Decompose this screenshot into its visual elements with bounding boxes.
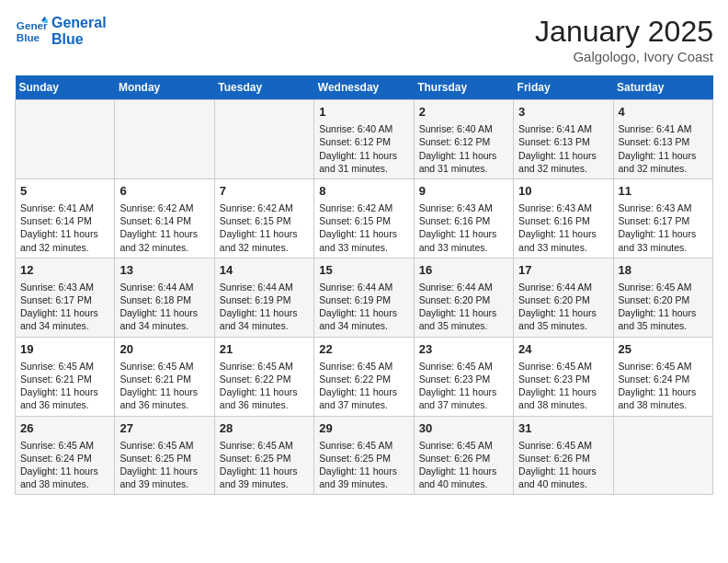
day-info-line: Sunset: 6:14 PM — [119, 214, 209, 227]
day-info-line: Sunset: 6:22 PM — [220, 373, 309, 385]
day-info-line: Sunset: 6:26 PM — [419, 452, 508, 465]
calendar-cell: 2Sunrise: 6:40 AMSunset: 6:12 PMDaylight… — [414, 100, 513, 179]
day-info-line: Sunrise: 6:42 AM — [319, 201, 408, 214]
day-number: 4 — [619, 104, 708, 121]
day-info-line: Daylight: 11 hours and 35 minutes. — [419, 306, 508, 332]
day-info-line: Sunset: 6:15 PM — [319, 214, 408, 227]
day-number: 17 — [518, 262, 608, 279]
calendar-cell: 29Sunrise: 6:45 AMSunset: 6:25 PMDayligh… — [314, 416, 414, 495]
day-info-line: Sunrise: 6:41 AM — [20, 201, 109, 214]
day-info-line: Daylight: 11 hours and 36 minutes. — [119, 385, 209, 411]
day-info-line: Daylight: 11 hours and 37 minutes. — [419, 385, 508, 411]
calendar-cell: 8Sunrise: 6:42 AMSunset: 6:15 PMDaylight… — [314, 178, 414, 258]
day-info-line: Daylight: 11 hours and 32 minutes. — [119, 227, 209, 253]
day-info-line: Daylight: 11 hours and 36 minutes. — [20, 385, 109, 411]
day-info-line: Sunset: 6:21 PM — [119, 373, 209, 385]
calendar-cell: 25Sunrise: 6:45 AMSunset: 6:24 PMDayligh… — [613, 337, 712, 416]
calendar-cell: 30Sunrise: 6:45 AMSunset: 6:26 PMDayligh… — [414, 416, 513, 495]
calendar-cell: 20Sunrise: 6:45 AMSunset: 6:21 PMDayligh… — [115, 337, 214, 416]
day-info-line: Daylight: 11 hours and 31 minutes. — [419, 149, 508, 175]
day-number: 19 — [20, 341, 109, 358]
weekday-header-tuesday: Tuesday — [214, 75, 313, 100]
calendar-cell: 3Sunrise: 6:41 AMSunset: 6:13 PMDaylight… — [514, 100, 613, 179]
day-number: 25 — [619, 341, 708, 358]
day-number: 14 — [220, 262, 309, 279]
calendar-cell: 18Sunrise: 6:45 AMSunset: 6:20 PMDayligh… — [613, 258, 712, 337]
day-number: 26 — [20, 420, 109, 437]
day-info-line: Sunrise: 6:42 AM — [119, 201, 209, 214]
calendar-table: SundayMondayTuesdayWednesdayThursdayFrid… — [15, 75, 713, 495]
day-info-line: Sunrise: 6:45 AM — [319, 439, 408, 452]
day-info-line: Daylight: 11 hours and 39 minutes. — [220, 465, 309, 490]
calendar-cell — [115, 100, 214, 179]
calendar-cell: 19Sunrise: 6:45 AMSunset: 6:21 PMDayligh… — [16, 337, 115, 416]
day-number: 18 — [619, 262, 708, 279]
day-number: 6 — [119, 183, 209, 200]
day-info-line: Sunset: 6:17 PM — [20, 293, 109, 306]
day-number: 7 — [220, 183, 309, 200]
week-row-1: 1Sunrise: 6:40 AMSunset: 6:12 PMDaylight… — [16, 100, 713, 179]
day-info-line: Sunset: 6:22 PM — [319, 373, 408, 385]
day-info-line: Daylight: 11 hours and 34 minutes. — [20, 306, 109, 332]
calendar-title: January 2025 — [535, 15, 713, 49]
calendar-cell: 6Sunrise: 6:42 AMSunset: 6:14 PMDaylight… — [115, 178, 214, 258]
day-info-line: Sunset: 6:13 PM — [518, 135, 608, 148]
day-info-line: Daylight: 11 hours and 39 minutes. — [319, 465, 408, 490]
calendar-cell — [613, 416, 712, 495]
day-info-line: Sunrise: 6:44 AM — [319, 281, 408, 293]
day-number: 10 — [518, 183, 608, 200]
day-info-line: Sunrise: 6:41 AM — [518, 122, 608, 135]
day-info-line: Sunrise: 6:44 AM — [119, 281, 209, 293]
calendar-cell: 28Sunrise: 6:45 AMSunset: 6:25 PMDayligh… — [214, 416, 313, 495]
day-info-line: Sunrise: 6:45 AM — [518, 439, 608, 452]
day-info-line: Sunrise: 6:44 AM — [419, 281, 508, 293]
day-number: 11 — [619, 183, 708, 200]
title-block: January 2025 Galgologo, Ivory Coast — [535, 15, 713, 64]
day-info-line: Sunrise: 6:43 AM — [20, 281, 109, 293]
day-info-line: Daylight: 11 hours and 40 minutes. — [518, 465, 608, 490]
day-info-line: Sunrise: 6:43 AM — [518, 201, 608, 214]
day-info-line: Sunrise: 6:45 AM — [419, 360, 508, 373]
day-info-line: Sunrise: 6:43 AM — [619, 201, 708, 214]
day-info-line: Daylight: 11 hours and 33 minutes. — [319, 227, 408, 253]
day-info-line: Sunrise: 6:45 AM — [20, 360, 109, 373]
calendar-cell: 24Sunrise: 6:45 AMSunset: 6:23 PMDayligh… — [514, 337, 613, 416]
day-info-line: Sunrise: 6:45 AM — [319, 360, 408, 373]
day-number: 15 — [319, 262, 408, 279]
calendar-cell: 15Sunrise: 6:44 AMSunset: 6:19 PMDayligh… — [314, 258, 414, 337]
calendar-cell: 12Sunrise: 6:43 AMSunset: 6:17 PMDayligh… — [16, 258, 115, 337]
page-header: General Blue General Blue January 2025 G… — [15, 15, 713, 64]
calendar-cell: 9Sunrise: 6:43 AMSunset: 6:16 PMDaylight… — [414, 178, 513, 258]
calendar-cell — [214, 100, 313, 179]
day-info-line: Sunset: 6:12 PM — [319, 135, 408, 148]
day-info-line: Sunset: 6:26 PM — [518, 452, 608, 465]
calendar-cell: 26Sunrise: 6:45 AMSunset: 6:24 PMDayligh… — [16, 416, 115, 495]
day-info-line: Sunrise: 6:45 AM — [220, 439, 309, 452]
week-row-2: 5Sunrise: 6:41 AMSunset: 6:14 PMDaylight… — [16, 178, 713, 258]
day-info-line: Sunrise: 6:43 AM — [419, 201, 508, 214]
calendar-subtitle: Galgologo, Ivory Coast — [535, 49, 713, 64]
day-info-line: Sunset: 6:24 PM — [20, 452, 109, 465]
day-info-line: Sunrise: 6:45 AM — [119, 439, 209, 452]
day-info-line: Daylight: 11 hours and 35 minutes. — [518, 306, 608, 332]
day-number: 27 — [119, 420, 209, 437]
day-info-line: Sunrise: 6:44 AM — [220, 281, 309, 293]
week-row-4: 19Sunrise: 6:45 AMSunset: 6:21 PMDayligh… — [16, 337, 713, 416]
day-info-line: Sunrise: 6:45 AM — [518, 360, 608, 373]
day-info-line: Sunset: 6:25 PM — [119, 452, 209, 465]
day-info-line: Sunset: 6:17 PM — [619, 214, 708, 227]
day-info-line: Sunrise: 6:45 AM — [119, 360, 209, 373]
calendar-cell: 1Sunrise: 6:40 AMSunset: 6:12 PMDaylight… — [314, 100, 414, 179]
day-info-line: Daylight: 11 hours and 33 minutes. — [518, 227, 608, 253]
day-info-line: Daylight: 11 hours and 32 minutes. — [220, 227, 309, 253]
day-info-line: Daylight: 11 hours and 33 minutes. — [619, 227, 708, 253]
day-info-line: Sunset: 6:16 PM — [518, 214, 608, 227]
day-number: 31 — [518, 420, 608, 437]
weekday-header-sunday: Sunday — [16, 75, 115, 100]
day-info-line: Daylight: 11 hours and 40 minutes. — [419, 465, 508, 490]
day-info-line: Daylight: 11 hours and 35 minutes. — [619, 306, 708, 332]
day-number: 8 — [319, 183, 408, 200]
day-number: 13 — [119, 262, 209, 279]
weekday-header-saturday: Saturday — [613, 75, 712, 100]
day-info-line: Sunset: 6:24 PM — [619, 373, 708, 385]
